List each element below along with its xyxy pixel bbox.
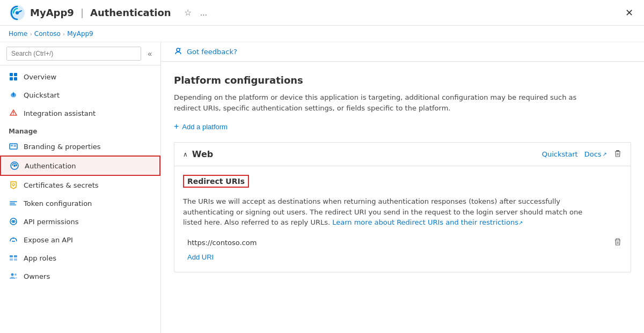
svg-rect-23 [10, 204, 16, 205]
quickstart-link[interactable]: Quickstart [542, 150, 578, 158]
sidebar-item-overview[interactable]: Overview [0, 68, 160, 86]
close-button[interactable]: ✕ [623, 5, 635, 21]
top-bar: MyApp9 | Authentication ☆ ... ✕ [0, 0, 644, 26]
redirect-desc: The URIs we will accept as destinations … [183, 196, 602, 228]
sidebar-item-quickstart[interactable]: Quickstart [0, 86, 160, 104]
sidebar-item-integration-label: Integration assistant [24, 109, 96, 117]
uri-row: https://contoso.com [183, 234, 622, 251]
sidebar-item-owners-label: Owners [24, 272, 50, 280]
breadcrumb-home[interactable]: Home [9, 30, 27, 38]
svg-point-19 [12, 183, 14, 186]
title-actions: ☆ ... [182, 5, 209, 20]
title-separator: | [80, 7, 84, 18]
svg-rect-30 [10, 258, 13, 261]
sidebar-item-authentication[interactable]: Authentication [0, 156, 160, 176]
svg-point-33 [14, 273, 17, 276]
uri-value: https://contoso.com [183, 239, 609, 247]
sidebar-item-certificates[interactable]: Certificates & secrets [0, 176, 160, 194]
sidebar-item-integration[interactable]: Integration assistant [0, 104, 160, 122]
branding-icon [9, 142, 18, 151]
uri-delete-button[interactable] [613, 238, 622, 248]
sidebar-item-branding[interactable]: Branding & properties [0, 137, 160, 156]
svg-rect-29 [14, 255, 17, 257]
svg-rect-22 [10, 203, 15, 204]
content-body: Platform configurations Depending on the… [161, 62, 644, 294]
search-input[interactable] [6, 47, 141, 61]
external-link-icon: ↗ [603, 151, 607, 157]
web-panel: ∧ Web Quickstart Docs ↗ [174, 142, 631, 272]
certificates-icon [9, 180, 18, 190]
api-permissions-icon [9, 217, 18, 226]
integration-icon [9, 108, 18, 118]
add-uri-button[interactable]: Add URI [183, 251, 214, 263]
svg-point-25 [13, 221, 14, 223]
ellipsis-icon: ... [200, 8, 207, 17]
sidebar-item-api-label: API permissions [24, 218, 78, 226]
web-panel-delete-button[interactable] [613, 149, 622, 159]
add-uri-label: Add URI [187, 253, 214, 261]
token-config-icon [9, 198, 18, 208]
svg-point-11 [13, 114, 14, 115]
sidebar-item-auth-label: Authentication [25, 162, 76, 170]
sidebar-search-area: « [0, 42, 160, 65]
owners-icon [9, 271, 18, 281]
svg-rect-9 [13, 94, 14, 96]
svg-point-32 [11, 273, 14, 276]
add-platform-button[interactable]: + Add a platform [174, 122, 228, 131]
pin-button[interactable]: ☆ [182, 5, 194, 20]
sidebar-item-expose-api[interactable]: Expose an API [0, 231, 160, 249]
sidebar-item-api-permissions[interactable]: API permissions [0, 212, 160, 231]
svg-rect-38 [615, 240, 620, 240]
authentication-icon [10, 161, 19, 171]
docs-link[interactable]: Docs ↗ [584, 150, 607, 158]
sidebar-item-branding-label: Branding & properties [24, 143, 101, 151]
breadcrumb-contoso[interactable]: Contoso [34, 30, 61, 38]
svg-rect-5 [14, 77, 17, 80]
trash-icon [613, 151, 622, 159]
sidebar-item-quickstart-label: Quickstart [24, 91, 60, 99]
quickstart-icon [9, 90, 18, 100]
quickstart-link-label: Quickstart [542, 150, 578, 158]
feedback-bar: Got feedback? [161, 42, 644, 62]
learn-more-link[interactable]: Learn more about Redirect URIs and their… [332, 218, 523, 226]
section-desc: Depending on the platform or device this… [174, 92, 603, 113]
sidebar-item-app-roles[interactable]: App roles [0, 249, 160, 267]
svg-rect-28 [10, 255, 13, 257]
sidebar-item-expose-label: Expose an API [24, 236, 73, 244]
manage-section-label: Manage [0, 122, 160, 137]
title-area: MyApp9 | Authentication ☆ ... [9, 4, 209, 21]
collapse-icon: « [148, 49, 152, 58]
app-logo [9, 4, 26, 21]
chevron-down-icon: ∧ [183, 151, 188, 158]
sidebar-item-approles-label: App roles [24, 254, 56, 262]
expose-api-icon [9, 235, 18, 245]
sidebar-item-owners[interactable]: Owners [0, 267, 160, 285]
section-title: Platform configurations [174, 75, 631, 86]
main-layout: « Overview [0, 42, 644, 333]
learn-more-external-icon: ↗ [518, 220, 523, 226]
sidebar-item-token-label: Token configuration [24, 199, 92, 208]
page-name: Authentication [90, 7, 171, 18]
redirect-uris-title: Redirect URIs [183, 175, 249, 188]
add-icon: + [174, 122, 179, 131]
pin-icon: ☆ [184, 8, 192, 17]
sidebar-item-token-config[interactable]: Token configuration [0, 194, 160, 212]
docs-link-label: Docs [584, 150, 602, 158]
svg-rect-31 [14, 258, 17, 261]
svg-point-26 [12, 237, 14, 239]
breadcrumb-sep-1: › [30, 31, 32, 38]
breadcrumb-myapp9[interactable]: MyApp9 [67, 30, 93, 38]
breadcrumb: Home › Contoso › MyApp9 [0, 26, 644, 42]
more-button[interactable]: ... [198, 6, 209, 20]
svg-rect-4 [10, 77, 13, 80]
app-name: MyApp9 [30, 7, 74, 18]
feedback-text[interactable]: Got feedback? [187, 48, 237, 56]
svg-rect-21 [10, 201, 17, 202]
sidebar-collapse-button[interactable]: « [145, 48, 154, 59]
redirect-uris-section: Redirect URIs The URIs we will accept as… [174, 166, 631, 272]
feedback-icon [174, 47, 182, 57]
close-icon: ✕ [625, 8, 633, 18]
web-panel-header: ∧ Web Quickstart Docs ↗ [174, 143, 631, 166]
overview-icon [9, 72, 18, 82]
web-panel-actions: Quickstart Docs ↗ [542, 149, 622, 159]
